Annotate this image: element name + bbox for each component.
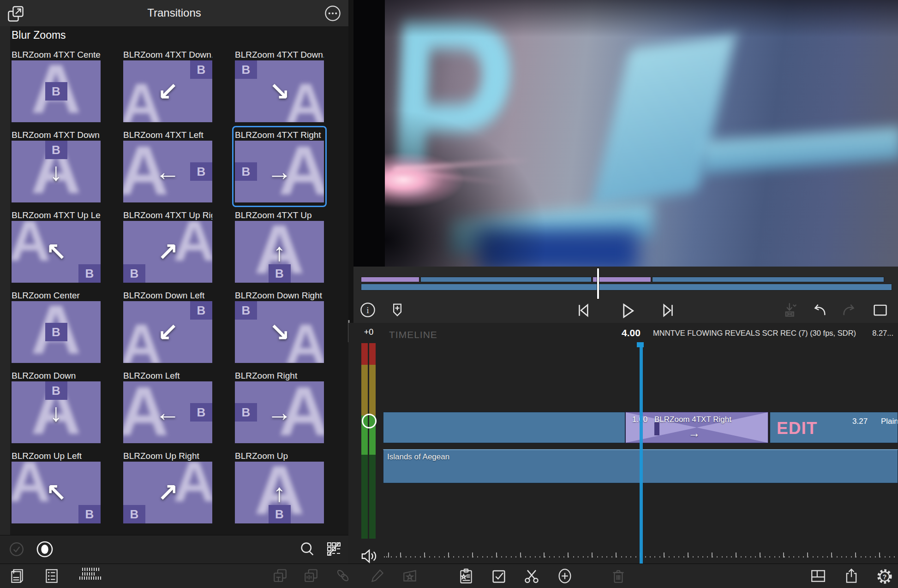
transition-item[interactable]: BLRZoom Down Right A B ↘ <box>235 290 324 363</box>
volume-knob[interactable] <box>362 414 377 428</box>
transition-label: BLRZoom Up <box>235 451 324 462</box>
video-preview[interactable]: P <box>353 0 898 267</box>
scrub-playhead[interactable] <box>597 268 599 299</box>
edit-pencil-icon[interactable] <box>370 568 385 583</box>
skip-forward-icon[interactable] <box>659 302 676 319</box>
transition-label: BLRZoom 4TXT Up Right <box>123 210 212 221</box>
transition-thumbnail: A B ↙ <box>123 60 212 122</box>
settings-help-icon[interactable]: ? <box>876 568 893 585</box>
transition-label: BLRZoom Down Left <box>123 290 212 301</box>
transition-item[interactable]: BLRZoom Right A B → <box>235 370 324 443</box>
scissors-icon[interactable] <box>523 568 540 584</box>
bottom-toolbar: ? <box>0 564 898 588</box>
transition-item[interactable]: BLRZoom 4TXT Up Right A B ↗ <box>123 210 212 283</box>
transition-item[interactable]: BLRZoom 4TXT Up A B ↑ <box>235 210 324 283</box>
letter-b: B <box>242 63 251 77</box>
letter-a: A <box>123 315 162 363</box>
transition-item[interactable]: BLRZoom 4TXT Down... A B ↘ <box>235 49 324 122</box>
transition-thumbnail: A B ↗ <box>123 462 212 523</box>
document-add-icon[interactable] <box>9 568 25 584</box>
transition-item[interactable]: BLRZoom 4TXT Up Left A B ↖ <box>12 210 101 283</box>
checkbox-icon[interactable] <box>491 568 507 584</box>
view-toggle-icon[interactable] <box>326 541 341 557</box>
transition-item[interactable]: BLRZoom 4TXT Down A B ↓ <box>12 130 101 202</box>
more-options-icon[interactable] <box>323 4 342 23</box>
clip-overview-segment[interactable] <box>420 277 592 282</box>
letter-b-box: B <box>190 162 212 181</box>
search-icon[interactable] <box>299 541 316 558</box>
layout-icon[interactable] <box>810 568 826 584</box>
transition-item[interactable]: BLRZoom Center A B <box>12 290 101 363</box>
transition-item[interactable]: BLRZoom 4TXT Left A B ← <box>123 130 212 202</box>
direction-arrow-icon: ↙ <box>157 77 178 106</box>
transition-item[interactable]: BLRZoom 4TXT Down... A B ↙ <box>123 49 212 122</box>
transition-item[interactable]: BLRZoom 4TXT Center A B <box>12 49 101 122</box>
share-icon[interactable] <box>843 568 860 584</box>
letter-a: A <box>174 221 212 269</box>
timeline-playhead[interactable] <box>640 345 643 564</box>
transition-thumbnail: A B ↙ <box>123 301 212 363</box>
link-clip-icon[interactable] <box>335 568 351 583</box>
letter-b-box: B <box>78 264 101 283</box>
title-clip[interactable]: EDIT 3.27 Plain-White <box>770 412 898 443</box>
transition-thumbnail: A B ↖ <box>12 462 101 523</box>
transition-label: BLRZoom 4TXT Center <box>12 49 101 60</box>
transition-item[interactable]: BLRZoom Up Left A B ↖ <box>12 451 101 523</box>
trash-icon[interactable] <box>611 568 626 584</box>
waveform-icon[interactable] <box>79 568 102 581</box>
confirm-circle-icon[interactable] <box>9 541 24 557</box>
transition-item[interactable]: BLRZoom Left A B ← <box>123 370 212 443</box>
letter-b: B <box>85 267 94 281</box>
record-circle-icon[interactable] <box>36 540 54 558</box>
audio-clip-icon[interactable] <box>303 568 319 583</box>
speaker-icon[interactable] <box>359 547 378 565</box>
transition-item[interactable]: BLRZoom 4TXT Right A B → <box>235 130 324 202</box>
undo-icon[interactable] <box>811 302 828 318</box>
clip-overview-segment[interactable] <box>593 277 651 282</box>
fullscreen-icon[interactable] <box>872 302 888 318</box>
letter-b: B <box>52 143 60 157</box>
transition-item[interactable]: BLRZoom Up A B ↑ <box>235 451 324 523</box>
transition-clip[interactable]: 1.00 BLRZoom 4TXT Right → <box>625 412 768 443</box>
direction-arrow-icon: ↗ <box>157 238 178 267</box>
letter-b: B <box>130 507 139 522</box>
audio-meter-right <box>369 343 376 539</box>
add-marker-icon[interactable] <box>389 302 406 318</box>
star-card-icon[interactable] <box>401 568 418 583</box>
timeline-title: TIMELINE <box>389 329 437 340</box>
direction-arrow-icon: → <box>267 157 292 186</box>
transition-label: BLRZoom 4TXT Down... <box>235 49 324 60</box>
clip-overview-track[interactable] <box>361 284 892 291</box>
transport-bar: i <box>353 267 898 323</box>
letter-a: A <box>123 75 162 122</box>
panel-footer <box>0 535 348 564</box>
letter-b: B <box>275 267 284 281</box>
transition-label: BLRZoom Center <box>12 290 101 301</box>
clip-overview-segment[interactable] <box>652 277 884 282</box>
playhead-position: 4.00 <box>622 327 641 339</box>
transition-label: BLRZoom Right <box>235 370 324 381</box>
clipboard-star-icon[interactable] <box>458 568 474 584</box>
play-icon[interactable] <box>617 302 636 320</box>
video-clip[interactable] <box>383 412 625 443</box>
transition-thumbnail: A B ↑ <box>235 221 324 283</box>
transition-item[interactable]: BLRZoom Down A B ↓ <box>12 370 101 443</box>
list-detail-icon[interactable] <box>44 568 60 584</box>
skip-back-icon[interactable] <box>575 302 593 319</box>
letter-b: B <box>130 267 139 281</box>
transition-arrow-icon: → <box>688 426 700 440</box>
letter-b-box: B <box>235 162 257 181</box>
transition-label: BLRZoom Down Right <box>235 290 324 301</box>
add-circle-icon[interactable] <box>557 568 573 584</box>
transitions-panel: Transitions Blur Zooms BLRZoom 4TXT Cent… <box>0 0 348 564</box>
clip-overview-segment[interactable] <box>361 277 419 282</box>
transition-label: BLRZoom 4TXT Down <box>12 130 101 141</box>
transitions-grid: BLRZoom 4TXT Center A B BLRZoom 4TXT Dow… <box>12 49 324 523</box>
redo-icon[interactable] <box>841 302 857 318</box>
extract-clip-icon[interactable] <box>782 302 799 318</box>
transition-item[interactable]: BLRZoom Up Right A B ↗ <box>123 451 212 523</box>
info-icon[interactable]: i <box>359 302 376 318</box>
transition-thumbnail: A B ↘ <box>235 301 324 363</box>
add-clip-icon[interactable] <box>272 568 288 583</box>
transition-item[interactable]: BLRZoom Down Left A B ↙ <box>123 290 212 363</box>
